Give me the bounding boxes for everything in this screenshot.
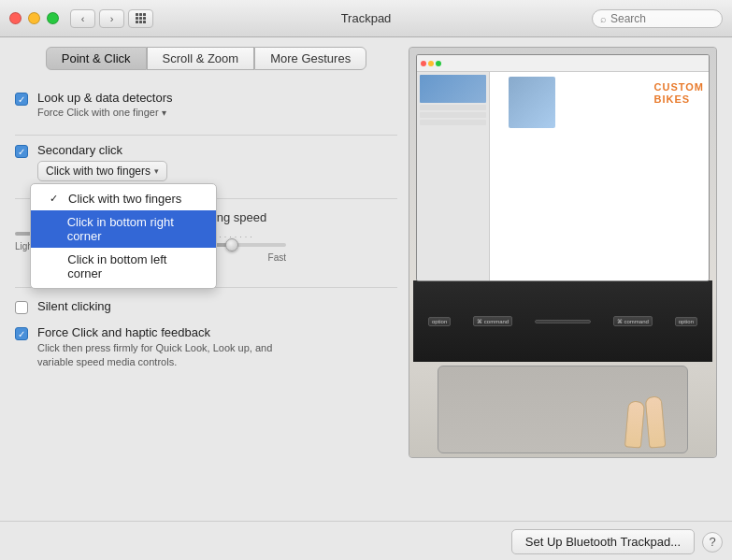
lookup-label: Look up & data detectors: [37, 91, 173, 105]
secondary-click-dropdown[interactable]: Click with two fingers ▾: [37, 161, 167, 181]
site-sidebar: [417, 72, 490, 280]
trackpad-image: CUSTOMBIKES option ⌘ command: [409, 47, 717, 458]
browser-max: [436, 61, 441, 66]
force-click-label-group: Force Click and haptic feedback Click th…: [37, 325, 299, 370]
space-key: [535, 320, 591, 323]
tab-more-gestures[interactable]: More Gestures: [254, 47, 366, 70]
option-key: option: [428, 317, 451, 326]
site-content: CUSTOMBIKES: [417, 72, 709, 280]
trackpad-pad: [438, 366, 688, 453]
dropdown-item-two-fingers[interactable]: ✓ Click with two fingers: [31, 187, 216, 210]
dropdown-item-bottom-right[interactable]: Click in bottom right corner: [31, 210, 216, 248]
grid-icon: [136, 13, 146, 23]
titlebar: ‹ › Trackpad ⌕: [0, 0, 732, 37]
tab-scroll-zoom[interactable]: Scroll & Zoom: [147, 47, 255, 70]
browser-close: [421, 61, 426, 66]
screen-content: CUSTOMBIKES: [417, 55, 709, 280]
key-group-cmd-right: ⌘ command: [613, 316, 653, 326]
minimize-button[interactable]: [28, 12, 40, 24]
secondary-click-checkbox[interactable]: ✓: [15, 145, 28, 158]
tracking-slider-thumb[interactable]: [225, 238, 238, 251]
bottom-bar: Set Up Bluetooth Trackpad... ?: [0, 521, 732, 560]
lookup-sublabel: Force Click with one finger ▾: [37, 107, 173, 118]
silent-clicking-setting: Silent clicking: [15, 297, 397, 316]
lookup-checkbox[interactable]: ✓: [15, 93, 28, 106]
finger-left: [624, 400, 645, 448]
lookup-label-group: Look up & data detectors Force Click wit…: [37, 91, 173, 118]
laptop-simulation: CUSTOMBIKES option ⌘ command: [409, 48, 716, 457]
forward-button[interactable]: ›: [99, 9, 124, 28]
bottom-settings: Silent clicking ✓ Force Click and haptic…: [15, 287, 397, 372]
nav-buttons: ‹ ›: [70, 9, 124, 28]
key-group-cmd: ⌘ command: [473, 316, 512, 326]
sidebar-line2: [420, 112, 486, 118]
sidebar-line3: [420, 120, 486, 125]
help-button[interactable]: ?: [702, 532, 723, 553]
chevron-down-icon: ▾: [154, 166, 159, 176]
checkmark-icon: ✓: [50, 193, 63, 205]
hand-hint: [617, 382, 673, 448]
lookup-sublabel-arrow: ▾: [162, 108, 166, 118]
search-icon: ⌕: [600, 13, 607, 24]
key-group-space: [535, 320, 591, 323]
shape-wrapper: Secondary click Click with two fingers ▾: [37, 143, 167, 181]
main-content: Point & Click Scroll & Zoom More Gesture…: [0, 37, 732, 560]
traffic-lights: [9, 12, 59, 24]
grid-button[interactable]: [128, 9, 153, 28]
site-thumbnail: [420, 75, 486, 103]
tab-bar: Point & Click Scroll & Zoom More Gesture…: [15, 47, 397, 70]
lookup-sublabel-text: Force Click with one finger: [37, 107, 159, 118]
screen-area: CUSTOMBIKES: [417, 55, 709, 280]
silent-clicking-label: Silent clicking: [37, 299, 111, 313]
search-input[interactable]: [610, 12, 714, 25]
keyboard-area: option ⌘ command ⌘ command option: [413, 280, 712, 363]
custom-bikes-text: CUSTOMBIKES: [654, 81, 704, 106]
back-button[interactable]: ‹: [70, 9, 95, 28]
window-title: Trackpad: [341, 11, 392, 25]
secondary-click-container: Secondary click Click with two fingers ▾: [37, 143, 167, 181]
search-box[interactable]: ⌕: [592, 9, 723, 28]
right-panel: CUSTOMBIKES option ⌘ command: [409, 47, 717, 551]
silent-clicking-checkbox[interactable]: [15, 301, 28, 314]
lookup-setting: ✓ Look up & data detectors Force Click w…: [15, 83, 397, 125]
browser-bar: [417, 55, 709, 72]
setup-bluetooth-button[interactable]: Set Up Bluetooth Trackpad...: [511, 529, 695, 554]
secondary-click-label: Secondary click: [37, 143, 167, 157]
force-click-description: Click then press firmly for Quick Look, …: [37, 341, 299, 370]
option-key-right: option: [675, 317, 697, 326]
bike-image: [509, 77, 555, 128]
dropdown-menu: ✓ Click with two fingers Click in bottom…: [30, 183, 217, 289]
command-key: ⌘ command: [473, 316, 512, 326]
secondary-click-label-group: Secondary click Click with two fingers ▾: [37, 143, 167, 181]
key-group-option-right: option: [675, 317, 697, 326]
force-click-checkbox[interactable]: ✓: [15, 327, 28, 340]
command-key-right: ⌘ command: [613, 316, 653, 326]
secondary-click-setting: ✓ Secondary click Click with two fingers…: [15, 135, 397, 189]
close-button[interactable]: [9, 12, 22, 24]
dropdown-item-bottom-left[interactable]: Click in bottom left corner: [31, 248, 216, 285]
force-click-setting: ✓ Force Click and haptic feedback Click …: [15, 323, 397, 372]
dropdown-current-value: Click with two fingers: [46, 165, 151, 178]
sidebar-line1: [420, 105, 486, 110]
key-group-left: option: [428, 317, 451, 326]
site-main: CUSTOMBIKES: [490, 72, 709, 280]
maximize-button[interactable]: [47, 12, 59, 24]
force-click-label: Force Click and haptic feedback: [37, 325, 299, 339]
settings-area: ✓ Look up & data detectors Force Click w…: [15, 83, 397, 372]
tab-point-click[interactable]: Point & Click: [46, 47, 147, 70]
dropdown-container: Click with two fingers ▾ ✓ Click with tw…: [37, 161, 167, 181]
left-panel: Point & Click Scroll & Zoom More Gesture…: [15, 47, 397, 551]
browser-min: [428, 61, 434, 66]
finger-right: [645, 395, 667, 448]
